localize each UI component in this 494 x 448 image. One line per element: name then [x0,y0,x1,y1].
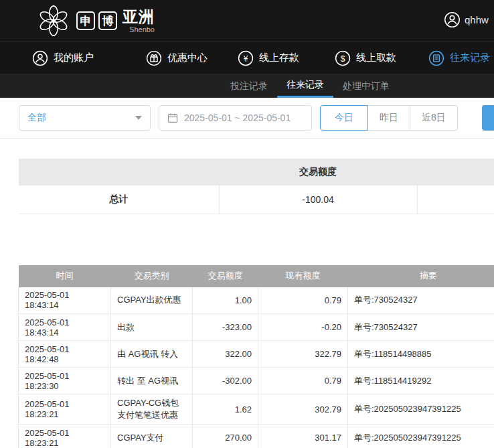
header-amount: 交易额度 [193,265,258,287]
brand-subtitle: Shenbo [129,25,155,33]
records-sub-navigation: 投注记录 往来记录 处理中订单 [0,74,494,98]
yesterday-button[interactable]: 昨日 [367,105,410,131]
date-range-value: 2025-05-01 ~ 2025-05-01 [184,113,291,123]
summary-header-empty [19,159,219,185]
transactions-table: 时间 交易类别 交易额度 现有额度 摘要 2025-05-01 18:43:14… [18,265,494,448]
cell-summary: 单号:730524327 [348,287,494,314]
cell-amount: -302.00 [193,368,258,394]
brand-text: 亚洲 Shenbo [122,8,155,33]
cell-amount: 270.00 [193,425,258,448]
header-type: 交易类别 [111,265,193,287]
cell-balance: 0.79 [258,287,348,314]
summary-total-label: 总计 [19,185,219,214]
nav-transaction-records[interactable]: 往来记录 [428,50,490,66]
cell-summary: 单号:730524327 [348,314,494,341]
tab-betting-records[interactable]: 投注记录 [221,74,277,98]
table-row: 2025-05-01 18:43:14 出款 -323.00 -0.20 单号:… [19,314,494,341]
summary-total-empty [417,185,494,214]
table-header-row: 时间 交易类别 交易额度 现有额度 摘要 [19,265,494,287]
cell-balance: -0.20 [258,314,348,341]
cell-summary: 单号:202505023947391225 [348,394,494,425]
top-header: 申 博 亚洲 Shenbo qhhw [0,0,494,42]
table-row: 2025-05-01 18:23:21 CGPAY-CG钱包支付笔笔送优惠 1.… [19,394,494,425]
nav-label: 往来记录 [450,52,490,64]
header-summary: 摘要 [348,265,494,287]
summary-table: 交易额度 总计 -100.04 [19,159,494,214]
user-circle-icon [32,50,48,66]
cell-time: 2025-05-01 18:23:21 [19,394,111,425]
gift-circle-icon [146,50,162,66]
cell-time: 2025-05-01 18:43:14 [19,314,111,341]
nav-label: 线上取款 [356,52,396,64]
category-dropdown[interactable]: 全部 [19,105,151,131]
brand-char-bo: 博 [98,11,117,30]
cell-summary: 单号:202505023947391225 [348,425,494,448]
nav-label: 线上存款 [259,52,299,64]
brand-region: 亚洲 [122,8,155,25]
table-row: 2025-05-01 18:23:30 转出 至 AG视讯 -302.00 0.… [19,368,494,394]
brand-flower-icon [37,4,70,38]
user-avatar-icon [444,11,461,28]
header-time: 时间 [19,265,111,287]
summary-header-amount: 交易额度 [219,159,417,185]
nav-online-deposit[interactable]: ¥ 线上存款 [238,50,299,66]
cell-time: 2025-05-01 18:42:48 [19,341,111,368]
nav-my-account[interactable]: 我的账户 [32,50,94,66]
main-navigation: 我的账户 优惠中心 ¥ 线上存款 $ 线上取款 [0,42,494,74]
cell-type: 出款 [111,314,193,341]
nav-online-withdrawal[interactable]: $ 线上取款 [335,50,396,66]
cell-type: CGPAY-CG钱包支付笔笔送优惠 [111,394,193,425]
cell-amount: 1.00 [193,287,258,314]
cell-amount: 322.00 [193,341,258,368]
cell-summary: 单号:118514498885 [348,341,494,368]
nav-promotions[interactable]: 优惠中心 [146,50,208,66]
user-account[interactable]: qhhw [444,11,494,28]
cell-type: 转出 至 AG视讯 [111,368,193,394]
cell-amount: 1.62 [193,394,258,425]
table-row: 2025-05-01 18:43:14 CGPAY出款优惠 1.00 0.79 … [19,287,494,314]
deposit-circle-icon: ¥ [238,50,254,66]
summary-total-value: -100.04 [219,185,417,214]
summary-header-empty2 [417,159,494,185]
tab-processing-orders[interactable]: 处理中订单 [333,74,399,98]
category-dropdown-value: 全部 [27,112,46,124]
cell-balance: 0.79 [258,368,348,394]
cell-amount: -323.00 [193,314,258,341]
cell-summary: 单号:118514419292 [348,368,494,394]
nav-label: 我的账户 [54,52,94,64]
cell-type: CGPAY支付 [111,425,193,448]
cell-balance: 302.79 [258,394,348,425]
date-range-input[interactable]: 2025-05-01 ~ 2025-05-01 [159,105,312,131]
withdraw-circle-icon: $ [335,50,351,66]
calendar-icon [167,113,178,123]
table-row: 2025-05-01 18:42:48 由 AG视讯 转入 322.00 322… [19,341,494,368]
nav-label: 优惠中心 [167,52,208,64]
brand-char-shen: 申 [76,11,95,30]
cell-type: CGPAY出款优惠 [111,287,193,314]
header-balance: 现有额度 [258,265,348,287]
cell-time: 2025-05-01 18:43:14 [19,287,111,314]
last-8-days-button[interactable]: 近8日 [410,105,458,131]
svg-text:$: $ [341,54,345,63]
search-button-partial[interactable] [482,105,494,131]
username: qhhw [465,14,489,25]
cell-time: 2025-05-01 18:23:30 [19,368,111,394]
filter-bar: 全部 2025-05-01 ~ 2025-05-01 今日 昨日 近8日 [0,98,494,139]
cell-balance: 322.79 [258,341,348,368]
today-button[interactable]: 今日 [320,105,368,131]
quick-date-buttons: 今日 昨日 近8日 [320,105,458,131]
cell-time: 2025-05-01 18:23:21 [19,425,111,448]
summary-header-row: 交易额度 [19,159,494,185]
cell-type: 由 AG视讯 转入 [111,341,193,368]
table-row: 2025-05-01 18:23:21 CGPAY支付 270.00 301.1… [19,425,494,448]
svg-text:¥: ¥ [243,54,248,63]
records-circle-icon [428,50,444,66]
chevron-down-icon [135,116,142,120]
cell-balance: 301.17 [258,425,348,448]
summary-total-row: 总计 -100.04 [19,185,494,214]
tab-transaction-records[interactable]: 往来记录 [277,74,333,98]
brand-logo[interactable]: 申 博 亚洲 Shenbo [37,4,155,38]
